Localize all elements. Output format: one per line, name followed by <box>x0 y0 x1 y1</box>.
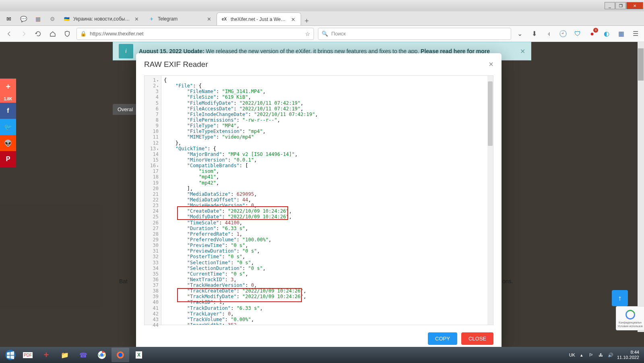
code-content[interactable]: { "File": { "FileName": "IMG_3141.MP4", … <box>161 76 493 325</box>
tab-ukraine-news[interactable]: 🇺🇦 Украина: новости,события, по ✕ <box>60 12 144 25</box>
tab-label: Telegram <box>158 16 204 22</box>
pdf-icon: PDF <box>23 352 33 358</box>
window-close-button[interactable]: ✕ <box>626 2 643 9</box>
pinned-tab-doc[interactable]: ▦ <box>31 12 45 25</box>
browser-toolbar: 🔒 https://www.thexifer.net ☆ 🔍 Поиск ⌄ ⬇… <box>0 26 644 42</box>
tray-language[interactable]: UK <box>569 353 575 357</box>
back-button[interactable] <box>4 29 14 39</box>
firefox-icon <box>116 351 125 359</box>
tray-clock[interactable]: 8:44 11.10.2022 <box>617 350 639 360</box>
page-scrollbar[interactable] <box>638 42 644 332</box>
tab-thexifer[interactable]: eX theXifer.net - Just a Web Based ✕ <box>217 12 301 25</box>
code-scroll-thumb[interactable] <box>488 81 493 146</box>
modal-header: RAW EXIF Reader × <box>136 53 502 73</box>
window-maximize-button[interactable]: ❐ <box>615 2 626 9</box>
twitter-icon: 🐦 <box>4 123 12 131</box>
svg-point-6 <box>118 353 122 357</box>
alert-close-icon[interactable]: ✕ <box>520 48 525 55</box>
tab-close-icon[interactable]: ✕ <box>291 17 297 22</box>
home-button[interactable] <box>47 29 58 39</box>
abp-button[interactable]: ●3 <box>588 29 597 38</box>
pocket-icon: ⌄ <box>517 30 522 37</box>
reload-icon <box>35 31 41 37</box>
share-pinterest-button[interactable]: P <box>0 151 16 167</box>
chrome-icon <box>97 351 106 359</box>
task-excel[interactable]: X <box>130 348 148 362</box>
bookmark-star-icon[interactable]: ☆ <box>305 31 310 37</box>
shield-icon <box>64 31 70 37</box>
tray-network-icon[interactable]: 🖧 <box>598 352 604 358</box>
recaptcha-l2: Условия использов <box>617 325 642 328</box>
search-bar[interactable]: 🔍 Поиск <box>318 28 511 40</box>
telegram-icon: ✈ <box>148 16 155 22</box>
tray-time: 8:44 <box>617 350 639 355</box>
window-minimize-button[interactable]: _ <box>605 2 615 9</box>
task-chrome[interactable] <box>93 348 111 362</box>
hamburger-icon: ☰ <box>633 30 638 37</box>
background-tab-overall[interactable]: Overal <box>113 104 138 115</box>
task-firefox[interactable] <box>111 348 129 362</box>
task-explorer[interactable]: 📁 <box>56 348 74 362</box>
close-button[interactable]: CLOSE <box>461 332 493 345</box>
share-facebook-button[interactable]: f <box>0 103 16 119</box>
downloads-button[interactable]: ⬇ <box>530 29 539 38</box>
menu-button[interactable]: ☰ <box>631 29 640 38</box>
pinned-tab-gear[interactable]: ⚙ <box>45 12 59 25</box>
ext1-button[interactable]: ◐ <box>602 29 611 38</box>
share-reddit-button[interactable]: 👽 <box>0 135 16 151</box>
library-icon: ⫞ <box>547 30 550 37</box>
tab-close-icon[interactable]: ✕ <box>207 16 213 22</box>
share-plus-button[interactable]: + <box>0 79 16 95</box>
recaptcha-badge[interactable]: Конфиденциальн Условия использов <box>616 306 644 330</box>
toolbar-actions: ⌄ ⬇ ⫞ 🕘 🛡 ●3 ◐ ▦ ☰ <box>515 29 640 38</box>
social-sidebar: + 1.8K f 🐦 👽 P <box>0 79 16 167</box>
ext1-icon: ◐ <box>604 30 609 37</box>
copy-button[interactable]: COPY <box>428 332 457 345</box>
shield-button[interactable] <box>62 29 72 39</box>
pinned-tab-mail[interactable]: ✉ <box>2 12 16 25</box>
tray-volume-icon[interactable]: 🔊 <box>607 352 614 358</box>
share-twitter-button[interactable]: 🐦 <box>0 119 16 135</box>
tray-chevron-icon[interactable]: ▴ <box>578 352 585 358</box>
scroll-to-top-button[interactable]: ↑ <box>612 290 628 306</box>
modal-close-icon[interactable]: × <box>489 60 493 69</box>
history-button[interactable]: 🕘 <box>559 29 568 38</box>
page-scroll-thumb[interactable] <box>638 48 644 81</box>
code-scrollbar[interactable] <box>487 76 493 325</box>
task-viber[interactable]: ☎ <box>74 348 92 362</box>
recaptcha-icon <box>625 309 636 320</box>
window-titlebar: _ ❐ ✕ <box>0 0 644 11</box>
ext2-button[interactable]: ▦ <box>617 29 625 38</box>
library-button[interactable]: ⫞ <box>544 29 553 38</box>
modal-title: RAW EXIF Reader <box>144 60 208 69</box>
svg-point-4 <box>100 353 104 357</box>
excel-icon: X <box>136 351 142 359</box>
arrow-left-icon <box>6 31 12 37</box>
start-button[interactable] <box>2 348 19 362</box>
viber-icon: ☎ <box>79 351 87 359</box>
tray-flag-icon[interactable]: 🏳 <box>588 352 594 358</box>
tab-label: theXifer.net - Just a Web Based <box>231 17 288 22</box>
home-icon <box>50 31 56 37</box>
url-text: https://www.thexifer.net <box>90 31 302 37</box>
task-plus[interactable]: + <box>37 348 55 362</box>
forward-button[interactable] <box>19 29 29 39</box>
pinned-tab-chat[interactable]: 💬 <box>17 12 30 25</box>
folder-icon: 📁 <box>61 351 69 359</box>
shield-small-icon: 🛡 <box>574 30 581 37</box>
recaptcha-l1: Конфиденциальн <box>619 321 642 324</box>
pocket-button[interactable]: ⌄ <box>515 29 524 38</box>
lock-icon: 🔒 <box>80 31 87 37</box>
task-pdf[interactable]: PDF <box>19 348 37 362</box>
arrow-right-icon <box>21 31 27 37</box>
tab-telegram[interactable]: ✈ Telegram ✕ <box>144 12 217 25</box>
reload-button[interactable] <box>33 29 43 39</box>
line-gutter: 1234567891011121314151617181920212223242… <box>144 76 161 325</box>
tab-close-icon[interactable]: ✕ <box>134 16 140 22</box>
bg-text-batch: Bat <box>119 278 128 284</box>
new-tab-button[interactable]: + <box>301 17 312 25</box>
abp-badge: 3 <box>593 28 598 33</box>
url-bar[interactable]: 🔒 https://www.thexifer.net ☆ <box>76 28 314 40</box>
privacy-button[interactable]: 🛡 <box>573 29 582 38</box>
system-tray: UK ▴ 🏳 🖧 🔊 8:44 11.10.2022 <box>569 350 642 360</box>
